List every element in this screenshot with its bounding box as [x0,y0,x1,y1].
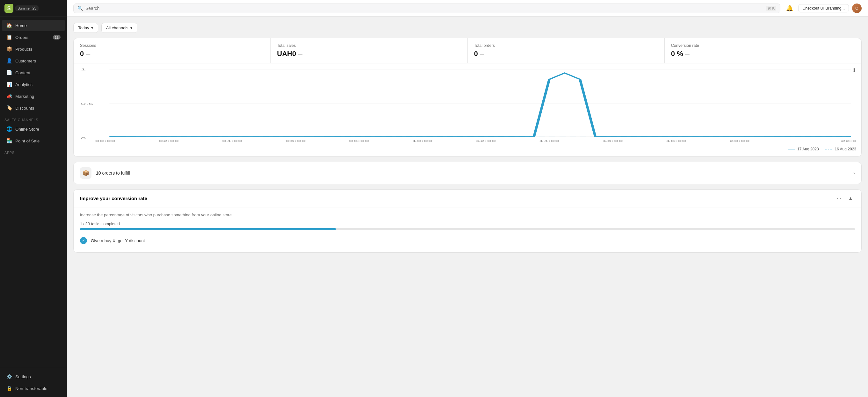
shopify-logo: S [4,4,13,13]
marketing-icon: 📣 [6,93,12,99]
sidebar-item-point-of-sale[interactable]: 🏪 Point of Sale [2,135,65,147]
orders-fulfill-icon-box: 📦 [80,167,91,179]
svg-text:02:00: 02:00 [158,140,179,143]
online-store-icon: 🌐 [6,126,12,132]
chart-svg: 1 0.5 0 00:00 02:00 04:00 06:00 [79,67,856,143]
today-chevron-icon: ▾ [91,26,93,30]
task-item-buy-x-get-y: ✓ Give a buy X, get Y discount [80,234,855,247]
total-sales-dash: — [298,51,302,56]
content-icon: 📄 [6,70,12,75]
channels-filter-button[interactable]: All channels ▾ [101,23,137,33]
avatar: C [852,3,862,13]
notification-button[interactable]: 🔔 [784,3,795,13]
sidebar-item-label: Online Store [15,127,39,131]
sidebar-item-label: Customers [15,59,36,63]
sidebar-header: S Summer '23 [0,0,67,17]
sidebar-item-label: Point of Sale [15,139,40,143]
svg-text:08:00: 08:00 [349,140,369,143]
sidebar-item-products[interactable]: 📦 Products [2,43,65,55]
sidebar-item-label: Products [15,47,32,52]
sidebar-item-label: Marketing [15,94,34,99]
products-icon: 📦 [6,46,12,52]
conversion-rate-label: Conversion rate [671,43,855,48]
point-of-sale-icon: 🏪 [6,138,12,144]
sidebar-item-label: Settings [15,374,31,379]
legend-aug17-label: 17 Aug 2023 [797,147,818,151]
settings-icon: ⚙️ [6,374,12,379]
sidebar-item-analytics[interactable]: 📊 Analytics [2,79,65,90]
legend-aug16-label: 16 Aug 2023 [835,147,856,151]
sidebar-item-marketing[interactable]: 📣 Marketing [2,91,65,102]
lock-icon: 🔒 [6,386,12,391]
more-icon: ⋯ [836,195,842,201]
svg-text:22:00: 22:00 [841,140,856,143]
today-filter-button[interactable]: Today ▾ [73,23,98,33]
keyboard-shortcut: ⌘ K [766,6,776,11]
orders-icon: 📋 [6,34,12,40]
chart-wrapper: ⬇ 1 0.5 0 00:00 02 [73,63,861,156]
svg-text:20:00: 20:00 [730,140,750,143]
conversion-body: Increase the percentage of visitors who … [73,207,861,252]
conversion-card: Improve your conversion rate ⋯ ▲ Increas… [73,189,862,253]
search-bar[interactable]: 🔍 ⌘ K [73,3,780,13]
sidebar-item-customers[interactable]: 👤 Customers [2,55,65,67]
analytics-icon: 📊 [6,82,12,87]
sidebar-item-online-store[interactable]: 🌐 Online Store [2,123,65,135]
sessions-stat: Sessions 0 — [73,38,271,63]
customers-icon: 👤 [6,58,12,64]
sidebar-item-label: Content [15,70,30,75]
content-area: Today ▾ All channels ▾ Sessions 0 — Tota… [67,17,868,397]
sidebar: S Summer '23 🏠 Home 📋 Orders 11 📦 Produc… [0,0,67,397]
search-icon: 🔍 [78,6,83,11]
conversion-collapse-button[interactable]: ▲ [846,195,855,202]
conversion-actions: ⋯ ▲ [835,195,855,202]
sidebar-item-discounts[interactable]: 🏷️ Discounts [2,102,65,114]
svg-text:14:00: 14:00 [539,140,560,143]
sidebar-item-label: Non-transferable [15,386,48,391]
conversion-rate-value: 0 % — [671,50,855,58]
channels-label: All channels [106,26,128,30]
stats-container: Sessions 0 — Total sales UAH0 — Total or… [73,38,862,157]
svg-text:12:00: 12:00 [476,140,496,143]
task-check-icon: ✓ [80,237,87,244]
orders-fulfill-count: 10 [96,171,101,176]
svg-text:S: S [7,6,11,11]
orders-fulfill-card[interactable]: 📦 10 orders to fulfill › [73,162,862,184]
svg-text:04:00: 04:00 [222,140,242,143]
sidebar-item-label: Home [15,23,27,28]
legend-aug16-line [825,149,833,149]
sidebar-item-label: Discounts [15,106,34,111]
conversion-more-button[interactable]: ⋯ [835,195,843,202]
today-label: Today [78,26,89,30]
filter-bar: Today ▾ All channels ▾ [73,23,862,33]
total-sales-stat: Total sales UAH0 — [271,38,467,63]
chart-legend: 17 Aug 2023 16 Aug 2023 [79,144,856,151]
channels-chevron-icon: ▾ [130,26,132,30]
sessions-label: Sessions [80,43,264,48]
conversion-rate-dash: — [685,51,689,56]
svg-text:06:00: 06:00 [285,140,306,143]
sidebar-item-non-transferable[interactable]: 🔒 Non-transferable [2,383,65,394]
progress-bar-fill [80,228,336,230]
sidebar-item-home[interactable]: 🏠 Home [2,20,65,31]
topbar: 🔍 ⌘ K 🔔 Checkout UI Branding... C [67,0,868,17]
chart-download-button[interactable]: ⬇ [852,67,856,73]
orders-fulfill-chevron-icon: › [853,170,855,176]
progress-bar-container: 1 of 3 tasks completed [80,222,855,230]
discounts-icon: 🏷️ [6,105,12,111]
svg-text:16:00: 16:00 [602,140,623,143]
stats-header: Sessions 0 — Total sales UAH0 — Total or… [73,38,861,63]
orders-fulfill-text: 10 orders to fulfill [96,171,849,176]
conversion-rate-stat: Conversion rate 0 % — [665,38,861,63]
home-icon: 🏠 [6,23,12,28]
svg-text:00:00: 00:00 [95,140,115,143]
search-input[interactable] [85,6,763,11]
total-orders-stat: Total orders 0 — [468,38,665,63]
sidebar-item-content[interactable]: 📄 Content [2,67,65,79]
download-icon: ⬇ [852,67,856,73]
progress-label: 1 of 3 tasks completed [80,222,855,226]
svg-text:10:00: 10:00 [412,140,433,143]
sidebar-item-orders[interactable]: 📋 Orders 11 [2,32,65,43]
checkout-branding-button[interactable]: Checkout UI Branding... [798,4,849,12]
sidebar-item-settings[interactable]: ⚙️ Settings [2,371,65,383]
